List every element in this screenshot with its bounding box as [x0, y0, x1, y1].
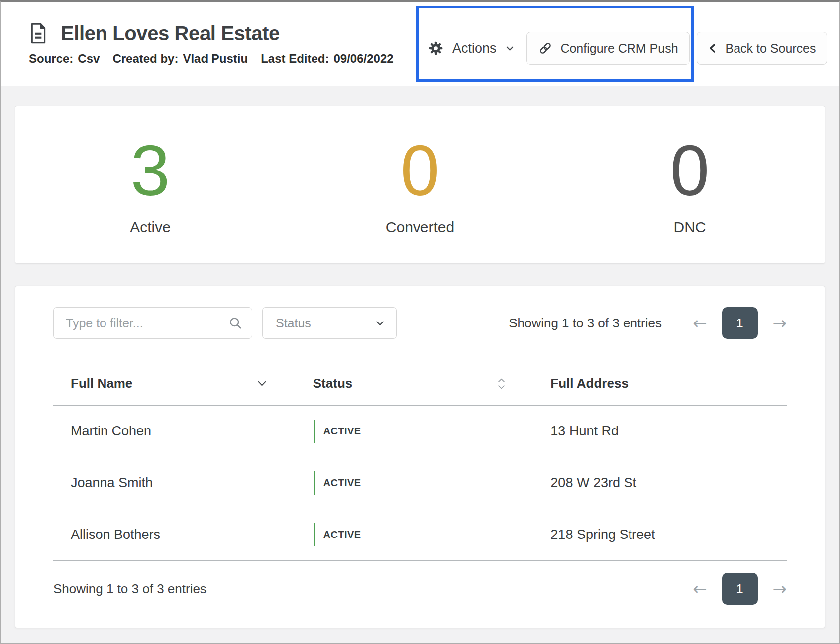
stat-dnc-label: DNC: [674, 219, 706, 236]
filter-input[interactable]: [53, 307, 252, 339]
cell-full-address: 13 Hunt Rd: [550, 424, 787, 439]
cell-status: ACTIVE: [313, 523, 551, 546]
actions-dropdown[interactable]: Actions: [428, 33, 515, 64]
prev-page-arrow[interactable]: ←: [693, 580, 707, 597]
chevron-left-icon: [708, 43, 718, 53]
chevron-up-down-icon: [498, 378, 505, 389]
cell-full-name: Allison Bothers: [53, 527, 313, 542]
status-filter-select[interactable]: Status: [262, 307, 397, 339]
status-filter-value: Status: [276, 316, 311, 330]
status-badge: ACTIVE: [323, 529, 361, 540]
app-window: Ellen Loves Real Estate Source: Csv Crea…: [0, 0, 840, 644]
status-indicator-bar: [314, 420, 315, 443]
cell-status: ACTIVE: [313, 420, 551, 443]
showing-entries-text-footer: Showing 1 to 3 of 3 entries: [53, 581, 207, 597]
search-icon: [228, 316, 242, 330]
cell-status: ACTIVE: [313, 471, 551, 495]
status-badge: ACTIVE: [323, 426, 361, 437]
table-header-row: Full Name Status: [53, 362, 787, 406]
status-indicator-bar: [314, 523, 315, 546]
showing-entries-text: Showing 1 to 3 of 3 entries: [509, 316, 662, 331]
stat-dnc-value: 0: [670, 135, 710, 206]
leads-table-card: Status Showing 1 to 3 of 3 entries ← 1 →: [15, 286, 825, 628]
cell-full-name: Martin Cohen: [53, 424, 313, 439]
meta-last-edited: Last Edited: 09/06/2022: [261, 52, 393, 66]
chevron-down-icon: [257, 381, 267, 387]
cell-full-address: 208 W 23rd St: [550, 475, 787, 491]
page-1-button[interactable]: 1: [722, 307, 758, 339]
filter-input-wrapper: [53, 307, 252, 339]
table-row[interactable]: Joanna Smith ACTIVE 208 W 23rd St: [53, 457, 787, 509]
stats-card: 3 Active 0 Converted 0 DNC: [15, 106, 825, 264]
stat-active: 3 Active: [15, 106, 285, 263]
configure-crm-push-label: Configure CRM Push: [560, 41, 678, 56]
table-row[interactable]: Martin Cohen ACTIVE 13 Hunt Rd: [53, 406, 787, 457]
leads-table: Full Name Status: [53, 362, 787, 561]
status-badge: ACTIVE: [323, 477, 361, 489]
status-indicator-bar: [314, 471, 315, 495]
cell-full-name: Joanna Smith: [53, 475, 313, 491]
column-header-full-address[interactable]: Full Address: [550, 376, 787, 391]
stat-active-value: 3: [131, 135, 170, 206]
stat-active-label: Active: [130, 219, 171, 236]
pagination-top: ← 1 →: [693, 307, 787, 339]
meta-created-by: Created by: Vlad Pustiu: [112, 52, 248, 66]
next-page-arrow[interactable]: →: [773, 315, 787, 331]
table-row[interactable]: Allison Bothers ACTIVE 218 Spring Street: [53, 509, 787, 561]
table-footer: Showing 1 to 3 of 3 entries ← 1 →: [53, 573, 787, 605]
configure-crm-push-button[interactable]: Configure CRM Push: [526, 32, 690, 65]
page-title: Ellen Loves Real Estate: [61, 22, 280, 45]
table-toolbar: Status Showing 1 to 3 of 3 entries ← 1 →: [53, 307, 787, 339]
stat-converted-label: Converted: [386, 219, 454, 236]
chevron-down-icon: [375, 318, 385, 328]
next-page-arrow[interactable]: →: [773, 580, 787, 597]
stat-converted: 0 Converted: [285, 106, 555, 263]
meta-source: Source: Csv: [29, 52, 100, 66]
stat-dnc: 0 DNC: [555, 106, 825, 263]
page-content: 3 Active 0 Converted 0 DNC: [1, 86, 839, 643]
source-meta: Source: Csv Created by: Vlad Pustiu Last…: [29, 52, 394, 66]
chevron-down-icon: [505, 44, 515, 53]
document-icon: [29, 22, 48, 45]
page-1-button[interactable]: 1: [722, 573, 758, 605]
header: Ellen Loves Real Estate Source: Csv Crea…: [1, 2, 839, 86]
back-to-sources-button[interactable]: Back to Sources: [697, 32, 827, 65]
prev-page-arrow[interactable]: ←: [693, 315, 707, 331]
pagination-bottom: ← 1 →: [693, 573, 787, 605]
actions-label: Actions: [452, 41, 497, 56]
back-to-sources-label: Back to Sources: [725, 41, 816, 56]
title-block: Ellen Loves Real Estate Source: Csv Crea…: [29, 22, 394, 66]
column-header-full-name[interactable]: Full Name: [53, 376, 313, 391]
gear-icon: [428, 40, 444, 56]
column-header-status[interactable]: Status: [313, 376, 551, 391]
stat-converted-value: 0: [401, 135, 440, 206]
cell-full-address: 218 Spring Street: [550, 527, 787, 542]
link-icon: [538, 41, 553, 56]
